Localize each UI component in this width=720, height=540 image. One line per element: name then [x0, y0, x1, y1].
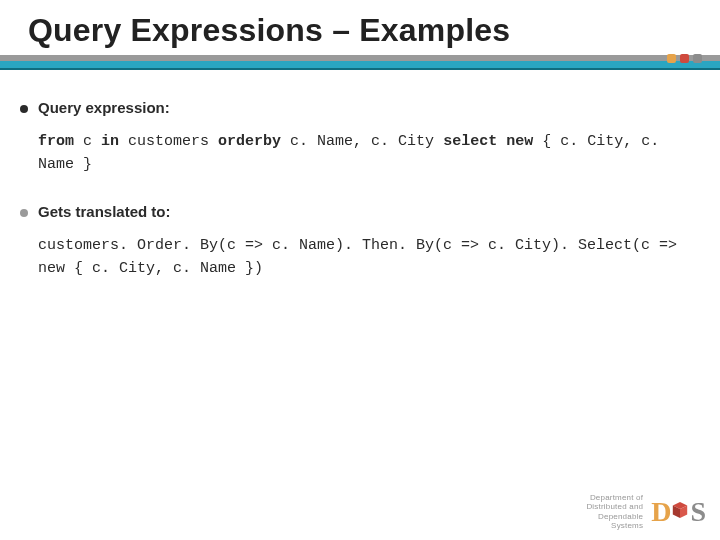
code-text: customers: [119, 133, 218, 150]
code-text: c: [74, 133, 101, 150]
kw-in: in: [101, 133, 119, 150]
logo-letter-s: S: [690, 498, 706, 526]
footer: Department of Distributed and Dependable…: [586, 493, 706, 530]
bullet-2-label: Gets translated to:: [38, 203, 171, 220]
dot-gray-icon: [693, 54, 702, 63]
logo-cube-icon: [671, 501, 689, 519]
dept-line: Distributed and: [586, 502, 643, 511]
kw-select: select: [443, 133, 497, 150]
kw-new: new: [506, 133, 533, 150]
slide-body: Query expression: from c in customers or…: [0, 73, 720, 280]
code-text: c. Name, c. City: [281, 133, 443, 150]
corner-dots: [667, 54, 702, 63]
code-text: [497, 133, 506, 150]
bullet-1-label: Query expression:: [38, 99, 170, 116]
rule-darkteal: [0, 68, 720, 70]
dept-line: Dependable: [586, 512, 643, 521]
slide: Query Expressions – Examples Query expre…: [0, 0, 720, 540]
bullet-2: Gets translated to:: [20, 203, 690, 220]
dot-red-icon: [680, 54, 689, 63]
bullet-1: Query expression:: [20, 99, 690, 116]
kw-orderby: orderby: [218, 133, 281, 150]
rule-teal: [0, 61, 720, 68]
slide-title: Query Expressions – Examples: [0, 0, 720, 55]
dept-line: Department of: [586, 493, 643, 502]
department-label: Department of Distributed and Dependable…: [586, 493, 643, 530]
dot-orange-icon: [667, 54, 676, 63]
bullet-icon: [20, 105, 28, 113]
logo-letter-d: D: [651, 498, 670, 526]
d3s-logo: D S: [651, 498, 706, 526]
title-rule: [0, 55, 720, 73]
code-block-2: customers. Order. By(c => c. Name). Then…: [38, 234, 690, 281]
kw-from: from: [38, 133, 74, 150]
dept-line: Systems: [586, 521, 643, 530]
bullet-icon: [20, 209, 28, 217]
code-block-1: from c in customers orderby c. Name, c. …: [38, 130, 690, 177]
